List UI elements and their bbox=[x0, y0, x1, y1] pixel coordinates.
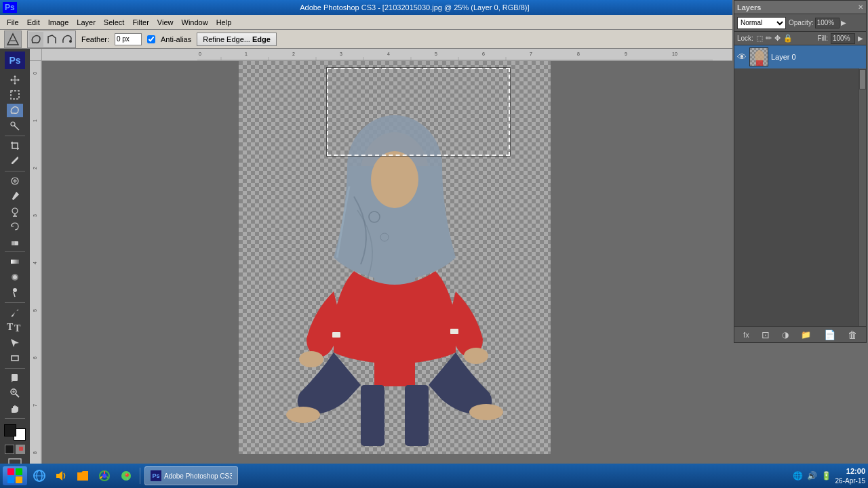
fill-input[interactable] bbox=[831, 33, 855, 44]
svg-point-14 bbox=[13, 275, 17, 279]
lock-position-icon[interactable]: ✥ bbox=[774, 34, 781, 43]
layer-delete-button[interactable]: 🗑 bbox=[848, 329, 857, 340]
svg-text:3: 3 bbox=[340, 52, 342, 56]
layer-name[interactable]: Layer 0 bbox=[771, 53, 796, 61]
color-picker[interactable] bbox=[4, 424, 26, 441]
standard-mode-icon[interactable] bbox=[5, 445, 14, 454]
ps-app-icon: Ps bbox=[3, 2, 17, 13]
svg-text:7: 7 bbox=[530, 52, 532, 56]
layers-vscroll[interactable] bbox=[858, 68, 866, 326]
layers-panel-titlebar: Layers ✕ bbox=[734, 1, 866, 14]
menu-window[interactable]: Window bbox=[178, 17, 212, 28]
clone-stamp-tool[interactable] bbox=[7, 205, 23, 219]
svg-text:📍: 📍 bbox=[123, 472, 132, 481]
photoshop-taskbar-button[interactable]: Ps Adobe Photoshop CS3 bbox=[144, 466, 238, 485]
battery-icon[interactable]: 🔋 bbox=[821, 471, 831, 481]
panel-title-close-icon[interactable]: ✕ bbox=[858, 3, 863, 11]
layer-new-button[interactable]: 📄 bbox=[824, 329, 835, 340]
eyedropper-tool[interactable] bbox=[7, 154, 23, 168]
svg-text:0: 0 bbox=[33, 72, 37, 75]
menu-file[interactable]: File bbox=[3, 17, 23, 28]
blur-tool[interactable] bbox=[7, 270, 23, 285]
lasso-polygon-icon[interactable] bbox=[44, 32, 59, 47]
ruler-left: 0 1 2 3 4 5 6 7 8 bbox=[30, 61, 42, 473]
network-icon[interactable]: 🌐 bbox=[793, 471, 803, 481]
notes-tool[interactable] bbox=[7, 371, 23, 386]
svg-point-62 bbox=[286, 407, 320, 423]
healing-brush-tool[interactable] bbox=[7, 174, 23, 188]
ie-icon[interactable] bbox=[30, 466, 49, 485]
history-brush-tool[interactable] bbox=[7, 220, 23, 234]
svg-text:10: 10 bbox=[672, 52, 677, 56]
volume-tray-icon[interactable]: 🔊 bbox=[807, 471, 817, 481]
lasso-tool[interactable] bbox=[7, 104, 23, 118]
dodge-tool[interactable] bbox=[7, 285, 23, 300]
shape-tool[interactable] bbox=[7, 351, 23, 365]
svg-point-56 bbox=[299, 351, 323, 367]
svg-marker-77 bbox=[56, 471, 62, 481]
opacity-arrow-icon[interactable]: ▶ bbox=[841, 19, 846, 26]
volume-icon[interactable] bbox=[52, 466, 71, 485]
text-tool[interactable]: T T bbox=[7, 321, 23, 335]
eraser-tool[interactable] bbox=[7, 235, 23, 249]
lock-image-icon[interactable]: ✏ bbox=[766, 34, 772, 43]
svg-text:7: 7 bbox=[33, 404, 37, 407]
svg-rect-3 bbox=[11, 91, 19, 99]
foreground-color[interactable] bbox=[4, 424, 16, 436]
feather-input[interactable] bbox=[115, 33, 142, 45]
fill-arrow-icon[interactable]: ▶ bbox=[858, 35, 863, 42]
lasso-normal-icon[interactable] bbox=[28, 32, 43, 47]
layer-mask-button[interactable]: ⊡ bbox=[762, 329, 770, 340]
crop-tool[interactable] bbox=[7, 139, 23, 153]
svg-text:2: 2 bbox=[292, 52, 295, 56]
layers-scroll-area bbox=[734, 68, 866, 326]
svg-point-15 bbox=[13, 288, 17, 292]
svg-rect-70 bbox=[7, 468, 14, 475]
taskbar-separator bbox=[140, 468, 140, 484]
magic-wand-tool[interactable] bbox=[7, 119, 23, 133]
svg-text:1: 1 bbox=[245, 52, 248, 56]
brush-tool[interactable] bbox=[7, 189, 23, 203]
move-tool[interactable] bbox=[7, 73, 23, 87]
layers-scroll-thumb[interactable] bbox=[859, 69, 866, 89]
hand-tool[interactable] bbox=[7, 402, 23, 416]
layer-group-button[interactable]: 📁 bbox=[801, 330, 811, 340]
lock-transparent-icon[interactable]: ⬚ bbox=[756, 34, 763, 43]
time-display: 12:00 bbox=[835, 466, 865, 476]
quick-mask-icon[interactable] bbox=[16, 445, 25, 454]
layer-fx-button[interactable]: fx bbox=[743, 331, 749, 339]
svg-text:T: T bbox=[14, 323, 21, 333]
menu-filter[interactable]: Filter bbox=[128, 17, 153, 28]
layer-adjustment-button[interactable]: ◑ bbox=[782, 330, 789, 340]
folder-icon[interactable] bbox=[73, 466, 92, 485]
app4-icon[interactable]: 📍 bbox=[117, 466, 136, 485]
menu-view[interactable]: View bbox=[153, 17, 178, 28]
menu-image[interactable]: Image bbox=[44, 17, 73, 28]
lasso-magnetic-icon[interactable] bbox=[60, 32, 75, 47]
lock-all-icon[interactable]: 🔒 bbox=[783, 34, 793, 43]
pen-tool[interactable] bbox=[7, 306, 23, 320]
svg-rect-17 bbox=[12, 356, 18, 361]
layer-visibility-icon[interactable]: 👁 bbox=[737, 52, 747, 62]
zoom-tool[interactable] bbox=[7, 386, 23, 401]
refine-edge-button[interactable]: Refine Edge... Edge bbox=[197, 33, 277, 46]
feather-label: Feather: bbox=[81, 35, 109, 43]
blend-mode-select[interactable]: Normal Multiply Screen Overlay bbox=[737, 17, 786, 29]
menu-help[interactable]: Help bbox=[212, 17, 236, 28]
menu-select[interactable]: Select bbox=[100, 17, 129, 28]
svg-point-9 bbox=[12, 208, 18, 214]
opacity-input[interactable] bbox=[815, 18, 840, 28]
clock-area[interactable]: 12:00 26-Apr-15 bbox=[835, 466, 865, 485]
layers-panel: Layers ✕ Normal Multiply Screen Overlay … bbox=[734, 0, 867, 343]
menu-edit[interactable]: Edit bbox=[23, 17, 44, 28]
chrome-icon[interactable] bbox=[95, 466, 114, 485]
rectangle-select-tool[interactable] bbox=[7, 88, 23, 102]
layer-0-row[interactable]: 👁 Layer 0 bbox=[734, 45, 866, 68]
menu-layer[interactable]: Layer bbox=[73, 17, 100, 28]
gradient-tool[interactable] bbox=[7, 255, 23, 269]
tool-preset-icon[interactable] bbox=[4, 30, 22, 48]
start-button[interactable] bbox=[3, 466, 27, 485]
antialias-checkbox[interactable] bbox=[147, 35, 155, 43]
layer-thumbnail bbox=[749, 47, 768, 66]
path-select-tool[interactable] bbox=[7, 336, 23, 350]
